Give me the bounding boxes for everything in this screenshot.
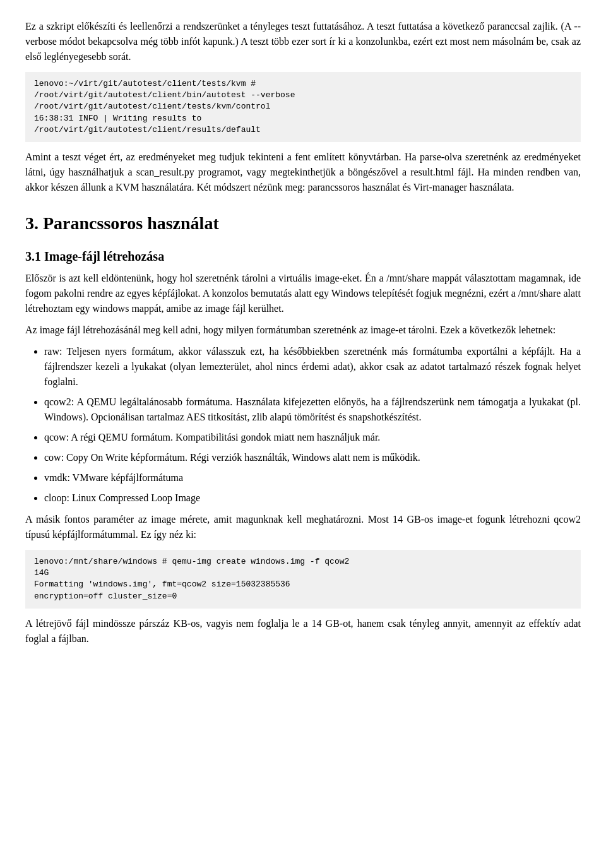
paragraph-4: Az image fájl létrehozásánál meg kell ad… — [25, 323, 581, 338]
paragraph-5: A másik fontos paraméter az image mérete… — [25, 512, 581, 542]
list-item: raw: Teljesen nyers formátum, akkor vála… — [44, 344, 581, 389]
paragraph-2: Amint a teszt véget ért, az eredményeket… — [25, 150, 581, 195]
list-item: cow: Copy On Write képformátum. Régi ver… — [44, 450, 581, 465]
section-heading-3-1: 3.1 Image-fájl létrehozása — [25, 247, 581, 266]
list-item: vmdk: VMware képfájlformátuma — [44, 470, 581, 485]
paragraph-3: Először is azt kell eldöntenünk, hogy ho… — [25, 271, 581, 316]
paragraph-1: Ez a szkript előkészíti és leellenőrzi a… — [25, 19, 581, 64]
list-item: qcow: A régi QEMU formátum. Kompatibilit… — [44, 430, 581, 445]
code-block-2: lenovo:/mnt/share/windows # qemu-img cre… — [25, 550, 581, 609]
section-heading-3: 3. Parancssoros használat — [25, 210, 581, 237]
code-block-1: lenovo:~/virt/git/autotest/client/tests/… — [25, 72, 581, 142]
list-item: cloop: Linux Compressed Loop Image — [44, 490, 581, 506]
list-item: qcow2: A QEMU legáltalánosabb formátuma.… — [44, 395, 581, 425]
content-area: Ez a szkript előkészíti és leellenőrzi a… — [25, 19, 581, 646]
format-list: raw: Teljesen nyers formátum, akkor vála… — [44, 344, 581, 506]
paragraph-6: A létrejövő fájl mindössze párszáz KB-os… — [25, 616, 581, 646]
